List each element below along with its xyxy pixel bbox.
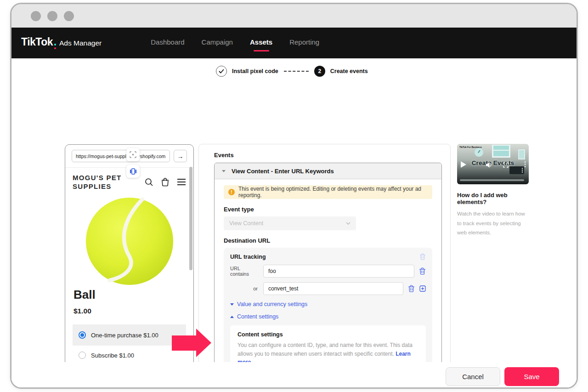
panel-layout-icon[interactable] <box>126 165 140 178</box>
keyword-input-1[interactable] <box>263 265 414 278</box>
triangle-down-icon <box>230 303 234 307</box>
content-settings-title: Content settings <box>237 331 418 338</box>
keyword-row-2: or <box>230 282 426 295</box>
product-image <box>65 196 193 286</box>
option-one-time-label: One-time purchase $1.00 <box>91 332 158 339</box>
window-control-dot[interactable] <box>47 11 57 21</box>
destination-url-label: Destination URL <box>224 237 432 244</box>
stepper: Install pixel code 2 Create events <box>216 66 368 77</box>
content-settings-toggle[interactable]: Content settings <box>230 313 426 320</box>
tennis-ball-image <box>84 196 175 287</box>
fullscreen-icon[interactable] <box>503 162 509 168</box>
product-name: Ball <box>74 288 185 302</box>
value-currency-settings-toggle[interactable]: Value and currency settings <box>230 301 426 307</box>
window-titlebar <box>11 4 577 28</box>
top-nav: TikTok Ads Manager Dashboard Campaign As… <box>11 28 577 58</box>
or-label: or <box>230 286 260 291</box>
product-price: $1.00 <box>74 307 185 315</box>
hamburger-menu-icon[interactable] <box>177 179 186 185</box>
help-heading: How do I add web elements? <box>457 192 529 205</box>
preview-scrollbar[interactable] <box>189 167 192 270</box>
tiktok-logo: TikTok Ads Manager <box>21 36 102 50</box>
event-type-label: Event type <box>224 206 432 213</box>
collapse-caret-icon <box>222 170 226 174</box>
clock-illustration <box>475 148 483 157</box>
store-header-icons <box>145 177 186 187</box>
add-keyword-icon[interactable] <box>419 285 426 292</box>
radio-selected-icon[interactable] <box>79 331 86 339</box>
url-tracking-title: URL tracking <box>230 254 266 260</box>
cancel-button[interactable]: Cancel <box>446 367 500 386</box>
nav-item-dashboard[interactable]: Dashboard <box>150 35 185 51</box>
main-content: Install pixel code 2 Create events → MOG… <box>11 58 577 387</box>
keyword-row-1: URL contains <box>230 265 426 278</box>
value-currency-settings-label: Value and currency settings <box>237 301 307 307</box>
delete-keyword-icon[interactable] <box>408 285 415 292</box>
save-button[interactable]: Save <box>504 367 559 386</box>
nav-item-campaign[interactable]: Campaign <box>201 35 234 51</box>
tutorial-video-thumbnail[interactable]: TikTok For Business Create Events <box>457 144 529 184</box>
ads-manager-label: Ads Manager <box>59 39 102 47</box>
window-illustration <box>492 145 510 158</box>
content-settings-toggle-label: Content settings <box>237 313 278 320</box>
event-accordion-title: View Content - Enter URL Keywords <box>232 168 334 175</box>
picture-frame-illustration <box>518 149 525 159</box>
nav-menu: Dashboard Campaign Assets Reporting <box>150 35 320 51</box>
option-subscribe[interactable]: Subscribe $1.00 <box>73 352 186 359</box>
step2-number-badge: 2 <box>314 66 325 77</box>
event-accordion-header[interactable]: View Content - Enter URL Keywords <box>215 163 441 179</box>
delete-keyword-icon[interactable] <box>419 267 426 275</box>
warning-text: This event is being optimized. Editing o… <box>238 186 428 199</box>
events-panel: Events View Content - Enter URL Keywords… <box>198 144 451 389</box>
warning-icon: ! <box>228 189 235 195</box>
events-section-title: Events <box>214 152 442 159</box>
search-icon[interactable] <box>145 178 153 187</box>
nav-item-reporting[interactable]: Reporting <box>288 35 320 51</box>
stepper-connector <box>284 71 309 72</box>
keyword-input-2[interactable] <box>263 282 403 295</box>
radio-unselected-icon[interactable] <box>79 352 86 359</box>
store-name: MOGU'S PET SUPPLIES <box>73 173 133 191</box>
delete-tracking-icon[interactable] <box>419 253 426 260</box>
go-arrow-button[interactable]: → <box>174 150 187 162</box>
nav-item-assets[interactable]: Assets <box>249 35 273 51</box>
video-progress-bar[interactable] <box>460 179 526 181</box>
triangle-up-icon <box>230 314 234 318</box>
step-install-pixel-code[interactable]: Install pixel code <box>216 66 278 77</box>
event-type-select[interactable]: View Content <box>224 216 356 230</box>
expand-preview-icon[interactable] <box>126 148 140 161</box>
window-control-dot[interactable] <box>31 11 41 21</box>
preview-url-input[interactable] <box>72 150 170 162</box>
url-tracking-header: URL tracking <box>230 253 426 260</box>
help-panel: TikTok For Business Create Events How do… <box>457 144 529 238</box>
preview-tools <box>126 148 140 178</box>
step-complete-check-icon <box>216 66 227 77</box>
product-info: Ball $1.00 <box>65 288 193 315</box>
step-create-events[interactable]: 2 Create events <box>314 66 368 77</box>
browser-window: TikTok Ads Manager Dashboard Campaign As… <box>10 3 578 389</box>
play-icon[interactable] <box>461 161 466 168</box>
volume-icon[interactable] <box>486 162 492 168</box>
video-title: Create Events <box>457 159 529 166</box>
highlight-arrow <box>172 329 211 357</box>
event-accordion-body: ! This event is being optimized. Editing… <box>215 179 441 389</box>
option-subscribe-label: Subscribe $1.00 <box>91 352 134 359</box>
option-one-time-purchase[interactable]: One-time purchase $1.00 <box>73 324 186 346</box>
event-accordion: View Content - Enter URL Keywords ! This… <box>214 163 442 389</box>
shopping-bag-icon[interactable] <box>161 177 170 187</box>
window-control-dot[interactable] <box>64 11 74 21</box>
tiktok-colon-icon <box>54 44 56 49</box>
help-description: Watch the video to learn how to track ev… <box>457 209 529 238</box>
chevron-down-icon <box>346 222 351 225</box>
event-type-value: View Content <box>229 220 263 227</box>
step2-label: Create events <box>330 68 368 74</box>
video-menu-icon[interactable] <box>525 161 526 167</box>
desk-illustration <box>509 166 524 174</box>
active-tab-underline <box>254 50 269 51</box>
optimization-warning-banner: ! This event is being optimized. Editing… <box>224 185 432 199</box>
tiktok-logo-text: TikTok <box>21 36 53 48</box>
url-contains-label: URL contains <box>230 266 260 277</box>
step1-label: Install pixel code <box>232 68 278 74</box>
footer-bar: Cancel Save <box>11 362 577 387</box>
